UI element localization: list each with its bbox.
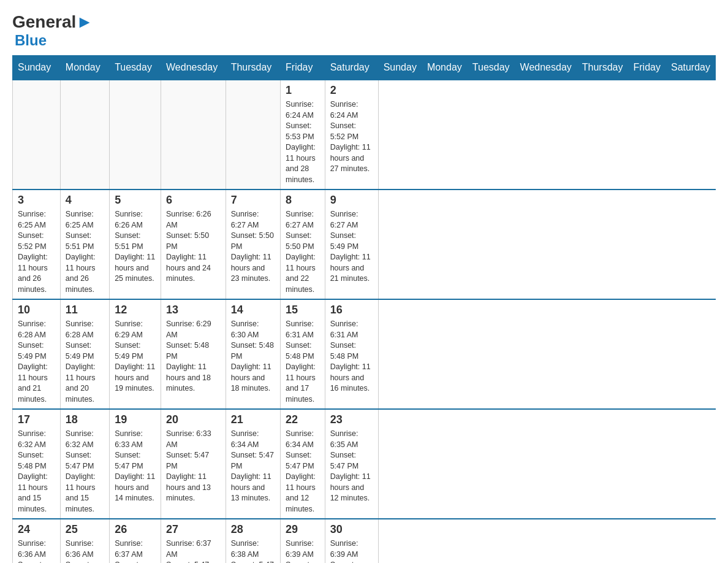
day-number: 13	[166, 304, 221, 316]
day-info: Sunrise: 6:32 AM Sunset: 5:47 PM Dayligh…	[66, 429, 104, 515]
day-info: Sunrise: 6:38 AM Sunset: 5:47 PM Dayligh…	[231, 538, 275, 563]
day-number: 2	[330, 84, 373, 97]
day-info: Sunrise: 6:25 AM Sunset: 5:51 PM Dayligh…	[66, 209, 104, 295]
day-number: 11	[66, 304, 104, 316]
day-cell: 1Sunrise: 6:24 AM Sunset: 5:53 PM Daylig…	[281, 80, 325, 190]
day-number: 26	[115, 523, 156, 536]
day-number: 24	[18, 523, 55, 536]
column-header-sunday: Sunday	[13, 56, 61, 80]
day-number: 10	[18, 304, 55, 316]
day-info: Sunrise: 6:39 AM Sunset: 5:47 PM Dayligh…	[330, 538, 373, 563]
week-row-2: 3Sunrise: 6:25 AM Sunset: 5:52 PM Daylig…	[13, 190, 716, 299]
page-header: General► Blue	[12, 12, 716, 49]
day-number: 6	[166, 194, 221, 207]
day-cell: 16Sunrise: 6:31 AM Sunset: 5:48 PM Dayli…	[325, 299, 378, 409]
day-cell: 10Sunrise: 6:28 AM Sunset: 5:49 PM Dayli…	[13, 299, 61, 409]
week-row-3: 10Sunrise: 6:28 AM Sunset: 5:49 PM Dayli…	[13, 299, 716, 409]
day-cell: 12Sunrise: 6:29 AM Sunset: 5:49 PM Dayli…	[110, 299, 161, 409]
week-row-1: 1Sunrise: 6:24 AM Sunset: 5:53 PM Daylig…	[13, 80, 716, 190]
day-cell: 25Sunrise: 6:36 AM Sunset: 5:47 PM Dayli…	[60, 519, 109, 563]
day-info: Sunrise: 6:25 AM Sunset: 5:52 PM Dayligh…	[18, 209, 55, 295]
week-row-4: 17Sunrise: 6:32 AM Sunset: 5:48 PM Dayli…	[13, 409, 716, 519]
day-info: Sunrise: 6:34 AM Sunset: 5:47 PM Dayligh…	[286, 429, 320, 515]
week-row-5: 24Sunrise: 6:36 AM Sunset: 5:47 PM Dayli…	[13, 519, 716, 563]
day-cell: 23Sunrise: 6:35 AM Sunset: 5:47 PM Dayli…	[325, 409, 378, 519]
day-number: 20	[166, 413, 221, 426]
day-cell: 18Sunrise: 6:32 AM Sunset: 5:47 PM Dayli…	[60, 409, 109, 519]
day-cell: 11Sunrise: 6:28 AM Sunset: 5:49 PM Dayli…	[60, 299, 109, 409]
day-info: Sunrise: 6:34 AM Sunset: 5:47 PM Dayligh…	[231, 429, 275, 504]
day-info: Sunrise: 6:37 AM Sunset: 5:47 PM Dayligh…	[115, 538, 156, 563]
day-number: 18	[66, 413, 104, 426]
day-cell: 30Sunrise: 6:39 AM Sunset: 5:47 PM Dayli…	[325, 519, 378, 563]
day-cell: 6Sunrise: 6:26 AM Sunset: 5:50 PM Daylig…	[161, 190, 226, 299]
day-info: Sunrise: 6:27 AM Sunset: 5:50 PM Dayligh…	[231, 209, 275, 285]
day-number: 28	[231, 523, 275, 536]
day-number: 15	[286, 304, 320, 316]
day-info: Sunrise: 6:28 AM Sunset: 5:49 PM Dayligh…	[66, 319, 104, 405]
day-number: 14	[231, 304, 275, 316]
logo-general-text: General►	[12, 12, 93, 32]
column-header-wednesday: Wednesday	[515, 56, 577, 80]
header-row: SundayMondayTuesdayWednesdayThursdayFrid…	[13, 56, 716, 80]
day-cell: 2Sunrise: 6:24 AM Sunset: 5:52 PM Daylig…	[325, 80, 378, 190]
day-info: Sunrise: 6:28 AM Sunset: 5:49 PM Dayligh…	[18, 319, 55, 405]
day-info: Sunrise: 6:33 AM Sunset: 5:47 PM Dayligh…	[115, 429, 156, 504]
day-info: Sunrise: 6:37 AM Sunset: 5:47 PM Dayligh…	[166, 538, 221, 563]
day-info: Sunrise: 6:31 AM Sunset: 5:48 PM Dayligh…	[286, 319, 320, 405]
day-cell: 26Sunrise: 6:37 AM Sunset: 5:47 PM Dayli…	[110, 519, 161, 563]
logo-blue-text: Blue	[15, 32, 47, 49]
day-info: Sunrise: 6:26 AM Sunset: 5:50 PM Dayligh…	[166, 209, 221, 285]
day-number: 23	[330, 413, 373, 426]
day-cell: 20Sunrise: 6:33 AM Sunset: 5:47 PM Dayli…	[161, 409, 226, 519]
day-cell	[60, 80, 109, 190]
day-number: 29	[286, 523, 320, 536]
day-info: Sunrise: 6:27 AM Sunset: 5:50 PM Dayligh…	[286, 209, 320, 295]
column-header-saturday: Saturday	[325, 56, 378, 80]
column-header-sunday: Sunday	[378, 56, 422, 80]
day-number: 7	[231, 194, 275, 207]
day-cell: 28Sunrise: 6:38 AM Sunset: 5:47 PM Dayli…	[226, 519, 280, 563]
day-cell	[110, 80, 161, 190]
calendar-table: SundayMondayTuesdayWednesdayThursdayFrid…	[12, 55, 716, 563]
day-info: Sunrise: 6:39 AM Sunset: 5:47 PM Dayligh…	[286, 538, 320, 563]
day-cell: 27Sunrise: 6:37 AM Sunset: 5:47 PM Dayli…	[161, 519, 226, 563]
column-header-thursday: Thursday	[577, 56, 628, 80]
day-number: 21	[231, 413, 275, 426]
day-cell	[226, 80, 280, 190]
day-cell: 24Sunrise: 6:36 AM Sunset: 5:47 PM Dayli…	[13, 519, 61, 563]
day-cell: 15Sunrise: 6:31 AM Sunset: 5:48 PM Dayli…	[281, 299, 325, 409]
day-cell	[161, 80, 226, 190]
day-cell: 7Sunrise: 6:27 AM Sunset: 5:50 PM Daylig…	[226, 190, 280, 299]
day-cell: 29Sunrise: 6:39 AM Sunset: 5:47 PM Dayli…	[281, 519, 325, 563]
day-cell: 5Sunrise: 6:26 AM Sunset: 5:51 PM Daylig…	[110, 190, 161, 299]
day-cell: 22Sunrise: 6:34 AM Sunset: 5:47 PM Dayli…	[281, 409, 325, 519]
day-cell: 4Sunrise: 6:25 AM Sunset: 5:51 PM Daylig…	[60, 190, 109, 299]
day-number: 22	[286, 413, 320, 426]
day-info: Sunrise: 6:30 AM Sunset: 5:48 PM Dayligh…	[231, 319, 275, 394]
day-info: Sunrise: 6:24 AM Sunset: 5:53 PM Dayligh…	[286, 99, 320, 185]
day-number: 19	[115, 413, 156, 426]
day-cell: 14Sunrise: 6:30 AM Sunset: 5:48 PM Dayli…	[226, 299, 280, 409]
day-number: 8	[286, 194, 320, 207]
column-header-monday: Monday	[422, 56, 467, 80]
day-number: 16	[330, 304, 373, 316]
day-number: 1	[286, 84, 320, 97]
column-header-monday: Monday	[60, 56, 109, 80]
day-number: 12	[115, 304, 156, 316]
day-info: Sunrise: 6:36 AM Sunset: 5:47 PM Dayligh…	[18, 538, 55, 563]
day-number: 4	[66, 194, 104, 207]
day-cell	[13, 80, 61, 190]
day-info: Sunrise: 6:27 AM Sunset: 5:49 PM Dayligh…	[330, 209, 373, 285]
column-header-saturday: Saturday	[665, 56, 715, 80]
day-number: 17	[18, 413, 55, 426]
day-number: 5	[115, 194, 156, 207]
day-info: Sunrise: 6:32 AM Sunset: 5:48 PM Dayligh…	[18, 429, 55, 515]
day-cell: 13Sunrise: 6:29 AM Sunset: 5:48 PM Dayli…	[161, 299, 226, 409]
day-number: 3	[18, 194, 55, 207]
logo: General► Blue	[12, 12, 93, 49]
day-cell: 19Sunrise: 6:33 AM Sunset: 5:47 PM Dayli…	[110, 409, 161, 519]
column-header-friday: Friday	[628, 56, 665, 80]
day-number: 25	[66, 523, 104, 536]
day-info: Sunrise: 6:33 AM Sunset: 5:47 PM Dayligh…	[166, 429, 221, 504]
